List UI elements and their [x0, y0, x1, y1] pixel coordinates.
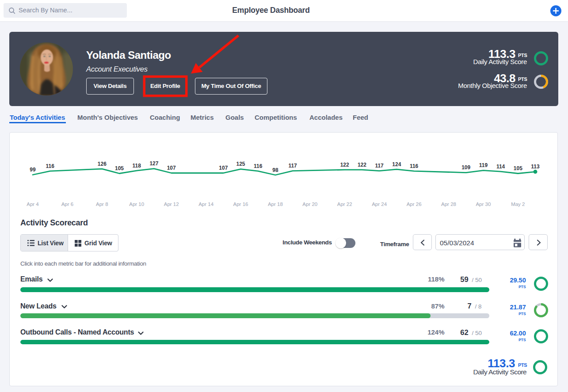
svg-text:117: 117 — [375, 163, 384, 169]
svg-text:Apr 4: Apr 4 — [27, 202, 39, 207]
svg-text:116: 116 — [254, 163, 263, 169]
svg-text:116: 116 — [410, 163, 419, 169]
svg-text:Apr 20: Apr 20 — [302, 202, 317, 207]
svg-text:Apr 28: Apr 28 — [441, 202, 456, 207]
svg-text:Apr 10: Apr 10 — [129, 202, 144, 207]
svg-text:Apr 6: Apr 6 — [61, 202, 74, 207]
svg-text:Apr 22: Apr 22 — [337, 202, 352, 207]
svg-text:Apr 14: Apr 14 — [198, 202, 213, 207]
svg-text:124: 124 — [392, 161, 401, 167]
svg-text:117: 117 — [288, 163, 297, 169]
svg-text:Apr 26: Apr 26 — [407, 202, 422, 207]
svg-text:98: 98 — [272, 167, 278, 173]
svg-text:109: 109 — [461, 164, 470, 171]
svg-text:Apr 24: Apr 24 — [372, 202, 387, 207]
svg-text:127: 127 — [149, 160, 158, 167]
svg-text:Apr 12: Apr 12 — [164, 202, 179, 207]
svg-text:116: 116 — [46, 163, 55, 169]
svg-text:105: 105 — [115, 165, 124, 171]
svg-text:Apr 18: Apr 18 — [268, 202, 283, 207]
svg-text:Apr 16: Apr 16 — [233, 202, 248, 207]
svg-text:Apr 8: Apr 8 — [96, 202, 108, 207]
svg-text:99: 99 — [30, 167, 36, 173]
svg-text:122: 122 — [358, 162, 366, 168]
svg-text:113: 113 — [531, 164, 540, 170]
svg-text:May 2: May 2 — [511, 202, 525, 207]
svg-text:107: 107 — [167, 165, 176, 171]
svg-text:105: 105 — [514, 165, 522, 171]
svg-text:125: 125 — [236, 161, 245, 167]
svg-text:122: 122 — [340, 162, 349, 168]
svg-text:118: 118 — [133, 163, 141, 169]
svg-text:126: 126 — [98, 161, 107, 167]
svg-text:119: 119 — [479, 162, 488, 168]
svg-text:114: 114 — [496, 164, 505, 170]
svg-text:107: 107 — [219, 165, 228, 171]
svg-text:Apr 30: Apr 30 — [476, 202, 491, 207]
